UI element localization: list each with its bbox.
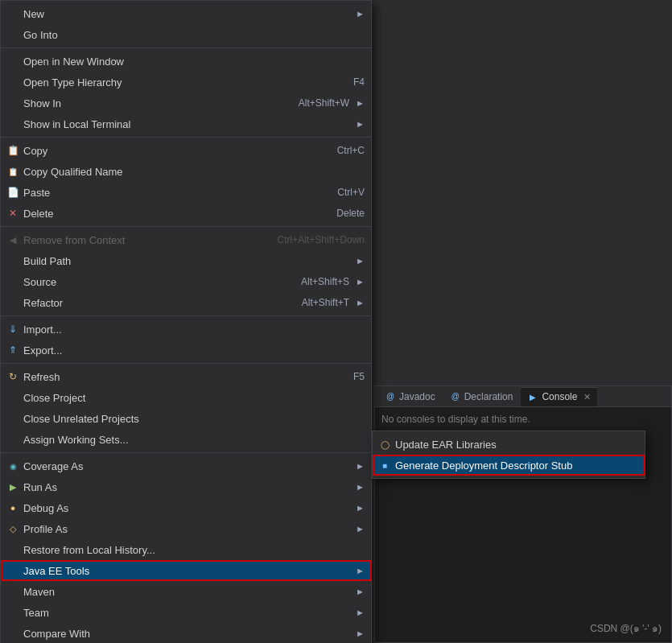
menu-item-assign-working-sets-label: Assign Working Sets... (23, 434, 365, 446)
copy-shortcut: Ctrl+C (337, 145, 365, 156)
menu-item-compare-with[interactable]: Compare With ► (1, 623, 371, 643)
delete-icon: ✕ (6, 206, 20, 221)
copy-icon: 📋 (6, 143, 20, 158)
menu-item-import-label: Import... (23, 324, 365, 336)
menu-item-new[interactable]: New ► (1, 3, 371, 24)
menu-item-maven-label: Maven (23, 586, 349, 598)
panel-tabs: @ Javadoc @ Declaration ▶ Console ✕ (375, 386, 671, 407)
menu-item-show-local-terminal[interactable]: Show in Local Terminal ► (1, 113, 371, 134)
menu-item-export[interactable]: ⇑ Export... (1, 340, 371, 361)
menu-item-open-new-window-label: Open in New Window (23, 56, 365, 68)
menu-item-go-into[interactable]: Go Into (1, 24, 371, 45)
menu-item-open-new-window[interactable]: Open in New Window (1, 51, 371, 72)
ear-icon: ◯ (377, 437, 392, 451)
menu-item-profile-as[interactable]: ◇ Profile As ► (1, 518, 371, 539)
menu-item-close-project[interactable]: Close Project (1, 387, 371, 408)
menu-item-import[interactable]: ⇓ Import... (1, 319, 371, 340)
export-icon: ⇑ (6, 343, 20, 357)
show-in-arrow-icon: ► (356, 98, 365, 108)
menu-item-go-into-label: Go Into (23, 29, 365, 41)
menu-item-copy-qualified-label: Copy Qualified Name (23, 166, 365, 178)
menu-item-copy-label: Copy (23, 145, 321, 157)
menu-item-show-in[interactable]: Show In Alt+Shift+W ► (1, 93, 371, 113)
declaration-icon: @ (450, 391, 461, 402)
delete-shortcut: Delete (336, 208, 365, 219)
paste-icon: 📄 (6, 185, 20, 200)
menu-item-restore-local[interactable]: Restore from Local History... (1, 539, 371, 560)
menu-item-coverage-as-label: Coverage As (23, 460, 349, 472)
debug-arrow-icon: ► (356, 503, 365, 513)
menu-item-java-ee-tools-label: Java EE Tools (23, 565, 349, 577)
context-menu: New ► Go Into Open in New Window Open Ty… (0, 0, 372, 643)
show-in-shortcut: Alt+Shift+W (299, 97, 349, 109)
menu-item-build-path[interactable]: Build Path ► (1, 250, 371, 271)
menu-item-refactor-label: Refactor (23, 297, 286, 309)
tab-console[interactable]: ▶ Console ✕ (521, 387, 597, 406)
console-close-icon[interactable]: ✕ (583, 392, 591, 402)
maven-arrow-icon: ► (356, 587, 365, 596)
tab-declaration-label: Declaration (464, 391, 513, 402)
menu-item-profile-as-label: Profile As (23, 523, 349, 535)
menu-item-coverage-as[interactable]: ◉ Coverage As ► (1, 455, 371, 476)
menu-item-refactor[interactable]: Refactor Alt+Shift+T ► (1, 292, 371, 313)
menu-item-compare-with-label: Compare With (23, 628, 349, 640)
submenu-item-generate-deploy-label: Generate Deployment Descriptor Stub (395, 460, 638, 472)
refresh-icon: ↻ (6, 369, 20, 384)
menu-item-refresh[interactable]: ↻ Refresh F5 (1, 366, 371, 387)
menu-item-source-label: Source (23, 276, 285, 288)
menu-item-delete[interactable]: ✕ Delete Delete (1, 203, 371, 224)
javadoc-icon: @ (385, 391, 396, 402)
submenu-item-update-ear[interactable]: ◯ Update EAR Libraries (373, 434, 645, 455)
tab-console-label: Console (542, 391, 577, 402)
menu-item-assign-working-sets[interactable]: Assign Working Sets... (1, 429, 371, 450)
menu-item-copy[interactable]: 📋 Copy Ctrl+C (1, 140, 371, 161)
menu-item-close-unrelated[interactable]: Close Unrelated Projects (1, 408, 371, 429)
menu-item-open-type-hierarchy-label: Open Type Hierarchy (23, 76, 337, 89)
paste-shortcut: Ctrl+V (337, 187, 365, 198)
profile-icon: ◇ (6, 521, 20, 536)
separator-5 (1, 363, 371, 364)
compare-with-arrow-icon: ► (356, 629, 365, 638)
menu-item-new-label: New (23, 8, 349, 20)
tab-javadoc-label: Javadoc (399, 391, 435, 402)
console-icon: ▶ (527, 391, 538, 402)
separator-3 (1, 226, 371, 227)
menu-item-run-as-label: Run As (23, 481, 349, 493)
tab-javadoc[interactable]: @ Javadoc (378, 387, 442, 406)
menu-item-show-local-terminal-label: Show in Local Terminal (23, 118, 349, 130)
coverage-icon: ◉ (6, 459, 20, 473)
menu-item-open-type-hierarchy[interactable]: Open Type Hierarchy F4 (1, 72, 371, 93)
separator-6 (1, 452, 371, 453)
menu-item-show-in-label: Show In (23, 97, 282, 109)
menu-item-build-path-label: Build Path (23, 255, 349, 267)
menu-item-close-project-label: Close Project (23, 392, 365, 404)
menu-item-source[interactable]: Source Alt+Shift+S ► (1, 271, 371, 292)
menu-item-paste[interactable]: 📄 Paste Ctrl+V (1, 182, 371, 203)
menu-item-export-label: Export... (23, 344, 365, 357)
menu-item-run-as[interactable]: ▶ Run As ► (1, 476, 371, 497)
panel-content-text: No consoles to display at this time. (381, 414, 530, 425)
menu-item-refresh-label: Refresh (23, 371, 337, 383)
copy-qualified-icon: 📋 (6, 164, 20, 179)
menu-item-remove-context: ◀ Remove from Context Ctrl+Alt+Shift+Dow… (1, 229, 371, 250)
tab-declaration[interactable]: @ Declaration (443, 387, 520, 406)
gen-icon: ■ (377, 458, 392, 472)
separator-4 (1, 315, 371, 316)
debug-icon: ● (6, 501, 20, 515)
refactor-shortcut: Alt+Shift+T (302, 297, 349, 308)
separator-2 (1, 137, 371, 138)
remove-context-icon: ◀ (6, 233, 20, 247)
run-arrow-icon: ► (356, 482, 365, 492)
menu-item-debug-as[interactable]: ● Debug As ► (1, 497, 371, 518)
menu-item-maven[interactable]: Maven ► (1, 581, 371, 602)
menu-item-copy-qualified[interactable]: 📋 Copy Qualified Name (1, 161, 371, 182)
menu-item-team[interactable]: Team ► (1, 602, 371, 623)
team-arrow-icon: ► (356, 608, 365, 617)
menu-item-java-ee-tools[interactable]: Java EE Tools ► (1, 560, 371, 581)
coverage-arrow-icon: ► (356, 461, 365, 471)
submenu-item-generate-deploy[interactable]: ■ Generate Deployment Descriptor Stub (373, 455, 645, 476)
run-icon: ▶ (6, 480, 20, 494)
menu-item-restore-local-label: Restore from Local History... (23, 544, 365, 556)
remove-context-shortcut: Ctrl+Alt+Shift+Down (278, 234, 365, 245)
new-arrow-icon: ► (356, 9, 365, 19)
